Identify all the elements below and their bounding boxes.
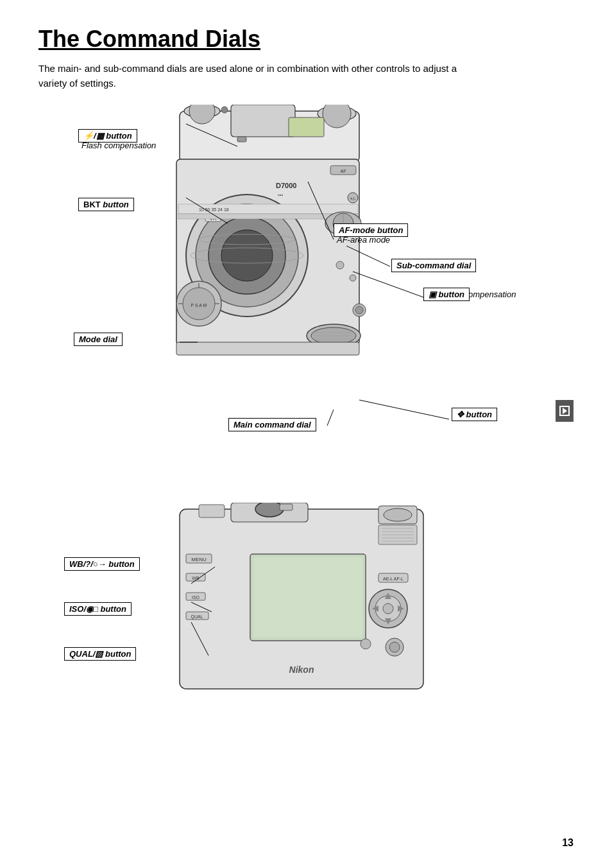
bkt-button-label: BKT button Bracketing <box>78 198 121 209</box>
svg-point-57 <box>255 503 284 517</box>
qual-button-box: QUAL/▧ button <box>64 647 136 661</box>
svg-rect-8 <box>237 137 246 142</box>
svg-point-13 <box>221 230 273 281</box>
svg-text:MENU: MENU <box>191 557 207 562</box>
svg-rect-89 <box>199 505 225 517</box>
camera-top-illustration: VR 10 50 35 24 18 D7000 ••• +/- <box>141 105 385 413</box>
section-tab <box>556 400 574 422</box>
svg-point-44 <box>336 261 344 269</box>
svg-text:AF: AF <box>341 169 346 173</box>
svg-text:ISO: ISO <box>192 595 200 600</box>
bkt-button-box: BKT button <box>78 198 134 211</box>
svg-text:D7000: D7000 <box>276 182 296 189</box>
top-diagram: VR 10 50 35 24 18 D7000 ••• +/- <box>38 105 574 483</box>
svg-point-41 <box>355 306 363 314</box>
intro-text: The main- and sub-command dials are used… <box>38 62 488 91</box>
svg-text:QUAL: QUAL <box>191 614 203 620</box>
svg-point-7 <box>221 107 228 113</box>
svg-point-59 <box>384 508 412 521</box>
wb-button-box: WB/?/○→ button <box>64 557 140 571</box>
svg-text:+/-: +/- <box>350 196 356 202</box>
svg-text:P S A M: P S A M <box>191 303 207 308</box>
iso-button-label: ISO/◉□ button ISO sensitivity <box>64 602 120 614</box>
svg-point-72 <box>383 603 393 614</box>
exposure-button-label: ▣ button Exposure compensation <box>423 288 516 299</box>
svg-rect-46 <box>176 342 359 355</box>
svg-text:•••: ••• <box>278 192 284 198</box>
bottom-diagram: MENU WB ISO QUAL AE-L AF-L <box>38 503 574 734</box>
svg-rect-90 <box>280 504 293 510</box>
exposure-button-box: ▣ button <box>423 288 470 301</box>
svg-text:AE-L AF-L: AE-L AF-L <box>383 577 404 581</box>
camera-back-illustration: MENU WB ISO QUAL AE-L AF-L <box>167 503 436 708</box>
iso-button-box: ISO/◉□ button <box>64 602 132 616</box>
svg-point-45 <box>350 275 356 281</box>
svg-text:WB: WB <box>192 576 200 580</box>
svg-point-81 <box>361 639 371 649</box>
wb-button-label: WB/?/○→ button White balance <box>64 557 120 569</box>
mode-dial-box: Mode dial <box>74 333 123 346</box>
metering-button-label: ✥ button Metering <box>452 408 488 419</box>
page-title: The Command Dials <box>38 26 574 53</box>
qual-button-label: QUAL/▧ button Image quality/size <box>64 647 134 659</box>
page-number: 13 <box>562 837 574 849</box>
svg-text:Nikon: Nikon <box>289 664 314 675</box>
svg-rect-3 <box>231 105 295 137</box>
sub-command-dial-box: Sub-command dial <box>391 259 476 272</box>
flash-button-label: ⚡/▦ button Flash mode Flash compensation <box>78 129 156 150</box>
svg-rect-61 <box>253 557 362 638</box>
af-mode-button-label: AF-mode button Autofocus mode AF-area mo… <box>334 223 397 245</box>
af-mode-button-box: AF-mode button <box>334 223 408 237</box>
svg-point-80 <box>389 642 400 652</box>
svg-text:10   50   35   24   18: 10 50 35 24 18 <box>199 207 229 212</box>
main-command-dial-box: Main command dial <box>228 418 316 431</box>
flash-button-box: ⚡/▦ button <box>78 129 137 143</box>
metering-button-box: ✥ button <box>452 408 497 421</box>
svg-rect-6 <box>289 117 324 137</box>
